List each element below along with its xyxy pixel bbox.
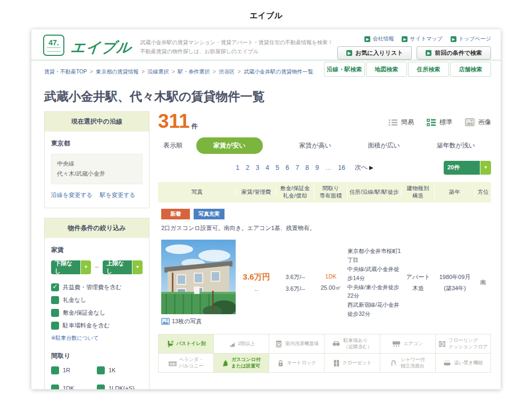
page-1[interactable]: 1 bbox=[236, 164, 239, 171]
checkbox-no-deposit[interactable]: 敷金/保証金なし bbox=[51, 309, 143, 317]
badges-row: 新着 写真充実 bbox=[161, 209, 491, 219]
feature-indoor-washer[interactable]: 室内洗濯機置場 bbox=[269, 334, 325, 354]
col-building: 建物種別 構造 bbox=[402, 185, 435, 199]
last-search-button[interactable]: ▶ 前回の条件で検索 bbox=[417, 46, 491, 60]
page-4[interactable]: 4 bbox=[265, 164, 269, 171]
tab-store-search[interactable]: 店舗検索 bbox=[450, 62, 491, 77]
tab-map-search[interactable]: 地図検索 bbox=[366, 62, 407, 77]
checkbox-icon bbox=[97, 366, 105, 374]
top-page-label: トップページ bbox=[459, 35, 491, 43]
shower-icon bbox=[390, 359, 398, 367]
breadcrumb-item[interactable]: 渋谷区 bbox=[219, 69, 244, 75]
checkbox-1ldk[interactable]: 1LDK(+S) bbox=[97, 384, 143, 390]
view-standard[interactable]: 標準 bbox=[427, 118, 452, 127]
results-count: 311 bbox=[158, 111, 190, 131]
car-icon bbox=[332, 340, 340, 347]
page-2[interactable]: 2 bbox=[246, 164, 250, 171]
sitemap-label: サイトマップ bbox=[410, 35, 442, 43]
feature-closet[interactable]: クローゼット bbox=[325, 354, 380, 373]
lock-icon bbox=[277, 359, 284, 367]
checkbox-no-key-money[interactable]: 礼金なし bbox=[51, 296, 143, 304]
arrow-square-icon: ▶ bbox=[402, 36, 408, 42]
checkbox-1r[interactable]: 1R bbox=[51, 366, 97, 374]
view-simple-label: 簡易 bbox=[401, 118, 414, 127]
top-page-link[interactable]: ▶ トップページ bbox=[451, 35, 491, 43]
aircon-icon bbox=[392, 341, 401, 347]
feature-flooring[interactable]: フローリング クッションフロア bbox=[436, 334, 491, 354]
feature-shower-vanity[interactable]: シャワー付 独立洗面台 bbox=[380, 354, 436, 373]
feature-autolock[interactable]: オートロック bbox=[269, 354, 325, 373]
station-range: 代々木/武蔵小金井 bbox=[57, 169, 137, 179]
checkbox-include-fees[interactable]: 共益費・管理費を含む bbox=[51, 283, 143, 291]
selected-line-title: 現在選択中の沿線 bbox=[45, 112, 149, 132]
checkbox-icon bbox=[51, 366, 59, 374]
page-8[interactable]: 8 bbox=[305, 164, 309, 171]
content: 現在選択中の沿線 東京都 中央線 代々木/武蔵小金井 沿線を変更する 駅を変更す… bbox=[31, 110, 501, 389]
sort-rent-asc[interactable]: 家賃が安い bbox=[196, 137, 263, 154]
checkbox-1dk[interactable]: 1DK bbox=[51, 384, 97, 390]
feature-label: バストイレ別 bbox=[177, 341, 206, 347]
property-photo[interactable] bbox=[161, 240, 236, 314]
built-year-cell: 1980年09月 (築34年) bbox=[435, 272, 475, 294]
feature-label: フローリング クッションフロア bbox=[448, 338, 488, 350]
parking-note-link[interactable]: ※駐車台数について bbox=[51, 334, 143, 342]
view-simple[interactable]: 簡易 bbox=[388, 118, 414, 127]
view-toggles: 簡易 標準 画像 bbox=[388, 111, 491, 127]
breadcrumb-item[interactable]: 沿線選択 bbox=[147, 69, 178, 75]
page-3[interactable]: 3 bbox=[256, 164, 260, 171]
per-page-dropdown[interactable]: 20件 ▼ bbox=[444, 161, 491, 175]
prefecture-label: 東京都 bbox=[51, 139, 143, 148]
page-9[interactable]: 9 bbox=[315, 164, 319, 171]
chevron-down-icon: ▼ bbox=[80, 260, 91, 274]
feature-balcony[interactable]: ベランダ・ バルコニー bbox=[159, 354, 214, 373]
change-station-link[interactable]: 駅を変更する bbox=[100, 191, 136, 199]
listing-description: 2口ガスコンロ設置可。南向き。エアコン1基、残置物有。 bbox=[161, 224, 491, 232]
feature-parking[interactable]: 駐車場あり （近隣含む） bbox=[325, 334, 380, 354]
breadcrumb-item[interactable]: 賃貸・不動産TOP bbox=[44, 69, 96, 75]
new-badge: 新着 bbox=[161, 209, 190, 219]
photo-count-link[interactable]: 13枚の写真 bbox=[161, 317, 237, 325]
checkbox-label: 1LDK(+S) bbox=[109, 385, 135, 389]
feature-reheating-bath[interactable]: 追い焚き機能 bbox=[436, 354, 491, 373]
change-line-link[interactable]: 沿線を変更する bbox=[51, 191, 93, 199]
feature-second-floor[interactable]: 2階以上 bbox=[214, 334, 269, 354]
breadcrumb-item[interactable]: 駅・条件選択 bbox=[178, 69, 219, 75]
stairs-icon bbox=[228, 340, 235, 348]
rent-min-dropdown[interactable]: 下限なし ▼ bbox=[51, 260, 91, 274]
feature-gas-stove[interactable]: ガスコンロ付 または設置可 bbox=[214, 354, 269, 373]
feature-label: クローゼット bbox=[343, 360, 372, 366]
tab-address-search[interactable]: 住所検索 bbox=[408, 62, 449, 77]
page-6[interactable]: 6 bbox=[286, 164, 289, 171]
favorites-label: お気に入りリスト bbox=[355, 49, 403, 57]
gas-stove-icon bbox=[222, 359, 229, 367]
sitemap-link[interactable]: ▶ サイトマップ bbox=[402, 35, 442, 43]
page-16[interactable]: 16 bbox=[338, 164, 345, 171]
tab-line-station-search[interactable]: 沿線・駅検索 bbox=[324, 62, 365, 77]
feature-separate-bath-toilet[interactable]: バストイレ別 bbox=[159, 334, 214, 354]
line-name: 中央線 bbox=[57, 159, 137, 169]
view-image[interactable]: 画像 bbox=[465, 118, 491, 127]
last-search-label: 前回の条件で検索 bbox=[435, 49, 482, 57]
address-cell: 東京都小金井市桜町1丁目 中央線/武蔵小金井徒歩14分 中央線/東小金井徒歩22… bbox=[347, 247, 402, 318]
sort-age-asc[interactable]: 築年数が浅い bbox=[436, 141, 475, 150]
page-7[interactable]: 7 bbox=[295, 164, 299, 171]
sort-area-desc[interactable]: 面積が広い bbox=[368, 141, 400, 150]
feature-aircon[interactable]: エアコン bbox=[380, 334, 436, 354]
tagline-line1: 武蔵小金井駅の賃貸マンション・賃貸アパート・賃貸住宅の不動産情報を検索！ bbox=[140, 38, 334, 47]
next-page-link[interactable]: 次へ bbox=[355, 163, 373, 172]
listing-row: 13枚の写真 3.6万円 -- 3.6万/-- 3.6万/-- 1DK 25.0… bbox=[158, 240, 491, 325]
breadcrumb-item[interactable]: 東京都の賃貸情報 bbox=[96, 69, 147, 75]
feature-label: 2階以上 bbox=[238, 341, 255, 347]
checkbox-1k[interactable]: 1K bbox=[97, 366, 143, 374]
checkbox-include-parking[interactable]: 駐車場料金を含む bbox=[51, 322, 143, 330]
layout-filter-label: 間取り bbox=[51, 351, 143, 361]
company-info-link[interactable]: ▶ 会社情報 bbox=[364, 35, 394, 43]
arrow-square-icon: ▶ bbox=[451, 36, 456, 42]
site-logo[interactable]: エイブル bbox=[70, 38, 132, 57]
rent-max-dropdown[interactable]: 上限なし ▼ bbox=[103, 260, 143, 274]
sort-rent-desc[interactable]: 家賃が高い bbox=[299, 141, 331, 150]
favorites-button[interactable]: ▶ お気に入りリスト bbox=[337, 46, 412, 60]
col-built-year: 築年 bbox=[435, 189, 475, 196]
col-address: 住所/沿線/駅/駅徒歩 bbox=[347, 189, 402, 196]
page-5[interactable]: 5 bbox=[276, 164, 279, 171]
